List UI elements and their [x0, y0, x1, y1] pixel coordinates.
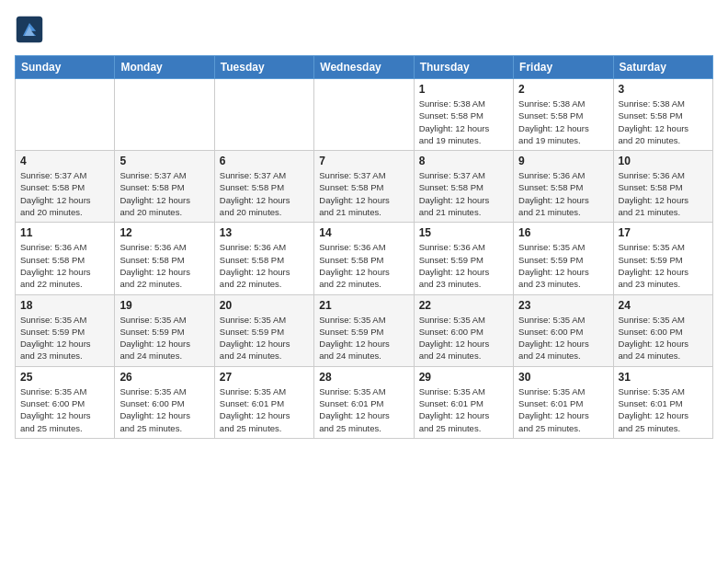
calendar-week-2: 11Sunrise: 5:36 AM Sunset: 5:58 PM Dayli… — [16, 223, 713, 294]
day-number: 14 — [319, 226, 408, 239]
calendar-cell: 17Sunrise: 5:35 AM Sunset: 5:59 PM Dayli… — [613, 223, 712, 294]
calendar-cell: 13Sunrise: 5:36 AM Sunset: 5:58 PM Dayli… — [214, 223, 313, 294]
day-number: 24 — [619, 299, 708, 312]
day-number: 18 — [20, 299, 109, 312]
logo-icon — [15, 15, 44, 44]
day-number: 6 — [220, 155, 309, 167]
day-info: Sunrise: 5:35 AM Sunset: 6:00 PM Dayligh… — [20, 385, 109, 434]
day-number: 25 — [20, 371, 109, 384]
day-number: 2 — [518, 83, 608, 96]
calendar-cell: 10Sunrise: 5:36 AM Sunset: 5:58 PM Dayli… — [613, 151, 712, 223]
calendar-week-4: 25Sunrise: 5:35 AM Sunset: 6:00 PM Dayli… — [16, 366, 713, 438]
day-number: 3 — [619, 83, 708, 96]
day-info: Sunrise: 5:35 AM Sunset: 5:59 PM Dayligh… — [619, 241, 708, 290]
calendar-cell: 16Sunrise: 5:35 AM Sunset: 5:59 PM Dayli… — [514, 223, 613, 294]
calendar-cell — [16, 79, 115, 151]
weekday-header-friday: Friday — [514, 56, 613, 79]
day-info: Sunrise: 5:38 AM Sunset: 5:58 PM Dayligh… — [419, 98, 508, 146]
day-info: Sunrise: 5:36 AM Sunset: 5:58 PM Dayligh… — [619, 169, 708, 218]
calendar-cell: 3Sunrise: 5:38 AM Sunset: 5:58 PM Daylig… — [613, 79, 712, 151]
weekday-header-saturday: Saturday — [613, 56, 712, 79]
calendar-week-3: 18Sunrise: 5:35 AM Sunset: 5:59 PM Dayli… — [16, 294, 713, 366]
calendar-cell: 18Sunrise: 5:35 AM Sunset: 5:59 PM Dayli… — [16, 294, 115, 366]
calendar-cell: 28Sunrise: 5:35 AM Sunset: 6:01 PM Dayli… — [314, 366, 414, 438]
day-number: 22 — [419, 299, 508, 312]
calendar-cell: 30Sunrise: 5:35 AM Sunset: 6:01 PM Dayli… — [514, 366, 613, 438]
calendar-cell — [115, 79, 214, 151]
calendar-cell: 2Sunrise: 5:38 AM Sunset: 5:58 PM Daylig… — [514, 79, 613, 151]
day-info: Sunrise: 5:35 AM Sunset: 6:00 PM Dayligh… — [619, 314, 708, 362]
day-info: Sunrise: 5:35 AM Sunset: 6:00 PM Dayligh… — [518, 314, 608, 362]
day-number: 17 — [619, 226, 708, 239]
page-header — [15, 15, 713, 44]
day-info: Sunrise: 5:35 AM Sunset: 6:01 PM Dayligh… — [518, 385, 608, 434]
day-info: Sunrise: 5:37 AM Sunset: 5:58 PM Dayligh… — [319, 169, 408, 218]
calendar-cell: 1Sunrise: 5:38 AM Sunset: 5:58 PM Daylig… — [414, 79, 513, 151]
weekday-header-wednesday: Wednesday — [314, 56, 414, 79]
day-number: 19 — [119, 299, 209, 312]
calendar-cell: 24Sunrise: 5:35 AM Sunset: 6:00 PM Dayli… — [613, 294, 712, 366]
day-info: Sunrise: 5:37 AM Sunset: 5:58 PM Dayligh… — [20, 169, 109, 218]
day-number: 26 — [119, 371, 209, 384]
day-number: 8 — [419, 155, 508, 167]
day-info: Sunrise: 5:35 AM Sunset: 5:59 PM Dayligh… — [319, 314, 408, 362]
day-info: Sunrise: 5:37 AM Sunset: 5:58 PM Dayligh… — [220, 169, 309, 218]
day-info: Sunrise: 5:35 AM Sunset: 6:01 PM Dayligh… — [419, 385, 508, 434]
day-info: Sunrise: 5:35 AM Sunset: 6:00 PM Dayligh… — [119, 385, 209, 434]
day-number: 15 — [419, 226, 508, 239]
day-number: 16 — [518, 226, 608, 239]
calendar-cell: 15Sunrise: 5:36 AM Sunset: 5:59 PM Dayli… — [414, 223, 513, 294]
weekday-header-monday: Monday — [115, 56, 214, 79]
day-info: Sunrise: 5:35 AM Sunset: 5:59 PM Dayligh… — [119, 314, 209, 362]
calendar-cell: 6Sunrise: 5:37 AM Sunset: 5:58 PM Daylig… — [214, 151, 313, 223]
calendar-cell — [214, 79, 313, 151]
day-info: Sunrise: 5:35 AM Sunset: 6:01 PM Dayligh… — [220, 385, 309, 434]
calendar-week-1: 4Sunrise: 5:37 AM Sunset: 5:58 PM Daylig… — [16, 151, 713, 223]
calendar-cell: 4Sunrise: 5:37 AM Sunset: 5:58 PM Daylig… — [16, 151, 115, 223]
calendar-cell: 5Sunrise: 5:37 AM Sunset: 5:58 PM Daylig… — [115, 151, 214, 223]
day-info: Sunrise: 5:35 AM Sunset: 5:59 PM Dayligh… — [518, 241, 608, 290]
logo — [15, 15, 48, 44]
calendar-cell: 11Sunrise: 5:36 AM Sunset: 5:58 PM Dayli… — [16, 223, 115, 294]
day-info: Sunrise: 5:35 AM Sunset: 5:59 PM Dayligh… — [20, 314, 109, 362]
day-number: 1 — [419, 83, 508, 96]
day-number: 5 — [119, 155, 209, 167]
day-number: 30 — [518, 371, 608, 384]
day-number: 20 — [220, 299, 309, 312]
day-info: Sunrise: 5:35 AM Sunset: 6:01 PM Dayligh… — [319, 385, 408, 434]
day-info: Sunrise: 5:36 AM Sunset: 5:58 PM Dayligh… — [20, 241, 109, 290]
calendar-cell: 14Sunrise: 5:36 AM Sunset: 5:58 PM Dayli… — [314, 223, 414, 294]
day-info: Sunrise: 5:37 AM Sunset: 5:58 PM Dayligh… — [119, 169, 209, 218]
calendar-cell: 8Sunrise: 5:37 AM Sunset: 5:58 PM Daylig… — [414, 151, 513, 223]
weekday-header-thursday: Thursday — [414, 56, 513, 79]
calendar-cell: 21Sunrise: 5:35 AM Sunset: 5:59 PM Dayli… — [314, 294, 414, 366]
calendar-week-0: 1Sunrise: 5:38 AM Sunset: 5:58 PM Daylig… — [16, 79, 713, 151]
day-number: 9 — [518, 155, 608, 167]
day-number: 27 — [220, 371, 309, 384]
weekday-header-tuesday: Tuesday — [214, 56, 313, 79]
calendar-cell: 22Sunrise: 5:35 AM Sunset: 6:00 PM Dayli… — [414, 294, 513, 366]
calendar-cell: 20Sunrise: 5:35 AM Sunset: 5:59 PM Dayli… — [214, 294, 313, 366]
day-info: Sunrise: 5:38 AM Sunset: 5:58 PM Dayligh… — [619, 98, 708, 146]
day-info: Sunrise: 5:36 AM Sunset: 5:58 PM Dayligh… — [119, 241, 209, 290]
day-info: Sunrise: 5:36 AM Sunset: 5:58 PM Dayligh… — [518, 169, 608, 218]
day-number: 21 — [319, 299, 408, 312]
day-info: Sunrise: 5:35 AM Sunset: 6:00 PM Dayligh… — [419, 314, 508, 362]
calendar-cell: 27Sunrise: 5:35 AM Sunset: 6:01 PM Dayli… — [214, 366, 313, 438]
weekday-header-row: SundayMondayTuesdayWednesdayThursdayFrid… — [16, 56, 713, 79]
day-info: Sunrise: 5:35 AM Sunset: 6:01 PM Dayligh… — [619, 385, 708, 434]
weekday-header-sunday: Sunday — [16, 56, 115, 79]
day-info: Sunrise: 5:38 AM Sunset: 5:58 PM Dayligh… — [518, 98, 608, 146]
day-number: 7 — [319, 155, 408, 167]
day-number: 4 — [20, 155, 109, 167]
calendar-cell: 25Sunrise: 5:35 AM Sunset: 6:00 PM Dayli… — [16, 366, 115, 438]
day-number: 12 — [119, 226, 209, 239]
day-number: 28 — [319, 371, 408, 384]
calendar-cell: 26Sunrise: 5:35 AM Sunset: 6:00 PM Dayli… — [115, 366, 214, 438]
day-info: Sunrise: 5:36 AM Sunset: 5:59 PM Dayligh… — [419, 241, 508, 290]
calendar-cell — [314, 79, 414, 151]
calendar-cell: 29Sunrise: 5:35 AM Sunset: 6:01 PM Dayli… — [414, 366, 513, 438]
calendar-cell: 19Sunrise: 5:35 AM Sunset: 5:59 PM Dayli… — [115, 294, 214, 366]
calendar-cell: 7Sunrise: 5:37 AM Sunset: 5:58 PM Daylig… — [314, 151, 414, 223]
day-info: Sunrise: 5:37 AM Sunset: 5:58 PM Dayligh… — [419, 169, 508, 218]
